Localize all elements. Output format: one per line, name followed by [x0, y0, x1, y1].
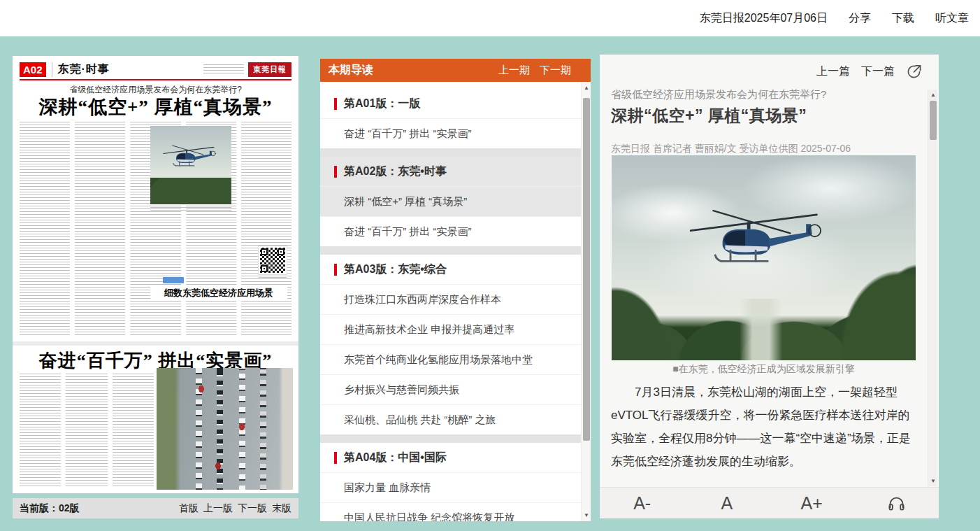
- article-photo: [612, 155, 916, 360]
- issue-toc-panel: 本期导读 上一期 下一期 第A01版：一版奋进 “百千万” 拼出 “实景画”第A…: [320, 59, 591, 521]
- download-button[interactable]: 下载: [892, 11, 914, 26]
- toc-article-link[interactable]: 东莞首个纯商业化氢能应用场景落地中堂: [320, 344, 581, 374]
- page-number-badge: A02: [20, 62, 46, 77]
- toc-article-link[interactable]: 奋进 “百千万” 拼出 “实景画”: [320, 216, 581, 246]
- listen-article-button[interactable]: 听文章: [935, 11, 969, 26]
- open-share-icon[interactable]: [906, 64, 922, 80]
- article1-helicopter-photo: [150, 126, 231, 204]
- article-title: 深耕“低空+” 厚植“真场景”: [611, 105, 807, 127]
- toc-group-divider: [320, 434, 581, 443]
- page-nav-link[interactable]: 首版: [179, 502, 199, 515]
- next-article-button[interactable]: 下一篇: [861, 64, 895, 79]
- newspaper-page-header: A02 东莞·时事 東莞日報: [20, 62, 291, 78]
- header-rule: [20, 79, 291, 80]
- toc-group-divider: [320, 148, 581, 157]
- toc-title: 本期导读: [329, 63, 498, 78]
- toc-group: 第A01版：一版奋进 “百千万” 拼出 “实景画”: [320, 89, 581, 148]
- previous-issue-button[interactable]: 上一期: [498, 64, 530, 77]
- scroll-up-icon[interactable]: ▲: [928, 92, 938, 98]
- article1-photo-caption: [150, 207, 231, 211]
- toc-section-row[interactable]: 第A01版：一版: [320, 89, 581, 118]
- section-marker: [334, 98, 337, 110]
- page-nav-link[interactable]: 上一版: [203, 502, 233, 515]
- article2-traffic-photo: [157, 368, 293, 490]
- toc-section-label: 第A04版：中国•国际: [344, 451, 447, 465]
- toc-section-row[interactable]: 第A03版：东莞•综合: [320, 255, 581, 284]
- article-kicker: 省级低空经济应用场景发布会为何在东莞举行?: [611, 88, 826, 101]
- newspaper-page-preview[interactable]: A02 东莞·时事 東莞日報 省级低空经济应用场景发布会为何在东莞举行? 深耕“…: [13, 56, 298, 493]
- article2-text-columns: [20, 374, 154, 488]
- toc-article-link[interactable]: 推进高新技术企业 申报并提高通过率: [320, 314, 581, 344]
- scroll-up-icon[interactable]: ▲: [582, 85, 591, 91]
- toc-group-divider: [320, 246, 581, 255]
- toc-group: 第A04版：中国•国际国家力量 血脉亲情中国人民抗日战争 纪念馆将恢复开放: [320, 443, 581, 521]
- listen-tool: [854, 488, 939, 518]
- font-smaller-button[interactable]: A-: [600, 488, 684, 518]
- toc-header: 本期导读 上一期 下一期: [320, 59, 591, 82]
- toc-article-link[interactable]: 国家力量 血脉亲情: [320, 472, 581, 502]
- toc-group: 第A02版：东莞•时事深耕 “低空+” 厚植 “真场景”奋进 “百千万” 拼出 …: [320, 157, 581, 246]
- section-marker: [334, 264, 337, 276]
- toc-article-link[interactable]: 采仙桃、品仙桃 共赴 “桃醉” 之旅: [320, 404, 581, 434]
- toc-section-label: 第A03版：东莞•综合: [344, 262, 447, 277]
- previous-article-button[interactable]: 上一篇: [816, 64, 850, 79]
- article1-headline: 深耕“低空+” 厚植“真场景”: [13, 94, 298, 120]
- toc-group: 第A03版：东莞•综合打造珠江口东西两岸深度合作样本推进高新技术企业 申报并提高…: [320, 255, 581, 434]
- toc-scrollbar-thumb[interactable]: [583, 98, 590, 441]
- article-byline: 东莞日报 首席记者 曹丽娟/文 受访单位供图 2025-07-06: [611, 143, 851, 155]
- headphones-icon[interactable]: [887, 494, 906, 513]
- page-section-name: 东莞·时事: [52, 62, 110, 77]
- reader-article-nav: 上一篇 下一篇: [816, 64, 922, 80]
- font-normal-button[interactable]: A: [684, 488, 769, 518]
- helicopter-image: [679, 200, 825, 280]
- toc-list: 第A01版：一版奋进 “百千万” 拼出 “实景画”第A02版：东莞•时事深耕 “…: [320, 82, 581, 521]
- toc-section-label: 第A01版：一版: [344, 97, 420, 111]
- page-navigation-bar: 当前版：02版 首版上一版下一版末版: [13, 498, 298, 518]
- photo-caption: ■在东莞，低空经济正成为区域发展新引擎: [612, 363, 916, 376]
- next-issue-button[interactable]: 下一期: [540, 64, 571, 77]
- reader-scrollbar[interactable]: ▲ ▼: [928, 90, 937, 486]
- newspaper-masthead-logo: 東莞日報: [248, 62, 291, 77]
- page-nav-links: 首版上一版下一版末版: [179, 502, 291, 515]
- article-paragraph: 7月3日清晨，东莞松山湖的湖面上空，一架超轻型eVTOL飞行器缓缓升空，将一份紧…: [611, 381, 918, 473]
- toc-section-label: 第A02版：东莞•时事: [344, 164, 447, 179]
- toc-article-link[interactable]: 中国人民抗日战争 纪念馆将恢复开放: [320, 502, 581, 521]
- related-reading-tag: [163, 277, 184, 283]
- font-larger-button[interactable]: A+: [770, 488, 854, 518]
- reader-scrollbar-thumb[interactable]: [930, 101, 937, 140]
- toc-section-row[interactable]: 第A02版：东莞•时事: [320, 157, 581, 186]
- scroll-down-icon[interactable]: ▼: [582, 512, 591, 518]
- article-reader-panel: 上一篇 下一篇 省级低空经济应用场景发布会为何在东莞举行? 深耕“低空+” 厚植…: [600, 55, 939, 518]
- share-button[interactable]: 分享: [849, 11, 871, 26]
- masthead-info-lines: [203, 64, 244, 75]
- article1-subheadline: 细数东莞低空经济应用场景: [150, 285, 287, 301]
- scroll-down-icon[interactable]: ▼: [928, 478, 938, 484]
- toc-article-link[interactable]: 打造珠江口东西两岸深度合作样本: [320, 284, 581, 314]
- page-nav-link[interactable]: 末版: [272, 502, 291, 515]
- qr-code-caption: [259, 277, 287, 280]
- top-bar: 东莞日报2025年07月06日 分享 下载 听文章: [0, 0, 980, 36]
- toc-scrollbar[interactable]: ▲ ▼: [581, 82, 591, 521]
- toc-article-link[interactable]: 奋进 “百千万” 拼出 “实景画”: [320, 118, 581, 148]
- page: { "topbar": { "title": "东莞日报2025年07月06日"…: [0, 0, 980, 531]
- page-nav-link[interactable]: 下一版: [238, 502, 267, 515]
- section-marker: [334, 452, 337, 464]
- toc-section-row[interactable]: 第A04版：中国•国际: [320, 443, 581, 472]
- reader-toolbar: A- A A+: [600, 487, 939, 518]
- toc-article-link[interactable]: 乡村振兴与慈善同频共振: [320, 374, 581, 404]
- toc-article-link[interactable]: 深耕 “低空+” 厚植 “真场景”: [320, 186, 581, 216]
- article-divider: [13, 341, 298, 346]
- edition-title: 东莞日报2025年07月06日: [700, 11, 828, 26]
- current-page-label: 当前版：02版: [20, 502, 80, 515]
- section-marker: [334, 166, 337, 178]
- qr-code: [259, 246, 287, 274]
